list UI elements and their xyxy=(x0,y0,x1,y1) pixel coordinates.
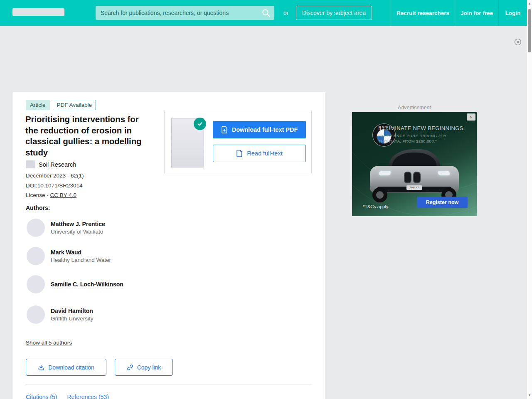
author-row: Mark Waud Healthy Land and Water xyxy=(27,247,111,265)
author-avatar[interactable] xyxy=(27,305,45,324)
tab-bar: Citations (5) References (53) xyxy=(26,394,109,399)
nav-join-for-free[interactable]: Join for free xyxy=(455,0,498,26)
register-now-button[interactable]: Register now xyxy=(417,197,468,208)
search-bar xyxy=(96,6,274,20)
car-headlight xyxy=(438,171,450,175)
or-label: or xyxy=(281,0,291,26)
top-nav: or Discover by subject area Recruit rese… xyxy=(0,0,527,26)
car-grille xyxy=(413,172,421,183)
author-avatar[interactable] xyxy=(27,247,45,265)
author-avatar[interactable] xyxy=(27,275,45,293)
author-row: Samille C. Loch-Wilkinson xyxy=(27,275,123,293)
download-icon xyxy=(38,364,44,371)
link-icon xyxy=(127,364,133,371)
badge-row: Article PDF Available xyxy=(26,100,96,110)
author-row: David Hamilton Griffith University xyxy=(27,305,94,324)
adchoices-icon[interactable]: ▹ xyxy=(467,113,475,121)
doi-label: DOI: xyxy=(26,182,37,189)
copy-link-button[interactable]: Copy link xyxy=(115,359,173,376)
tab-references[interactable]: References (53) xyxy=(67,394,108,399)
pdf-available-badge: PDF Available xyxy=(53,100,96,110)
file-download-icon xyxy=(221,126,228,133)
publication-date: December 2023 · 62(1) xyxy=(26,172,84,179)
author-name[interactable]: Mark Waud xyxy=(51,249,111,256)
read-fulltext-button[interactable]: Read full-text xyxy=(213,145,306,162)
publication-title: Prioritising interventions for the reduc… xyxy=(25,114,148,158)
car-wheel xyxy=(372,187,387,202)
journal-logo-icon xyxy=(26,160,35,168)
file-icon xyxy=(236,150,243,157)
nav-login[interactable]: Login xyxy=(498,0,527,26)
author-affiliation: Healthy Land and Water xyxy=(51,257,111,263)
scrollbar: ▲ ▼ xyxy=(527,0,532,399)
journal-row: Soil Research xyxy=(26,160,76,168)
download-citation-label: Download citation xyxy=(48,364,94,371)
author-avatar[interactable] xyxy=(27,219,45,237)
license-label: License · xyxy=(26,192,50,198)
check-icon xyxy=(194,118,206,130)
fulltext-panel: Download full-text PDF Read full-text xyxy=(164,110,312,174)
close-icon[interactable] xyxy=(514,38,522,46)
scrollbar-thumb[interactable] xyxy=(528,9,531,52)
license-link[interactable]: CC BY 4.0 xyxy=(50,192,77,198)
download-fulltext-label: Download full-text PDF xyxy=(232,126,298,133)
download-citation-button[interactable]: Download citation xyxy=(26,359,106,376)
license-row: License · CC BY 4.0 xyxy=(26,192,76,198)
ad-subline: THIS RAYA, FROM $260,888.* xyxy=(378,139,437,143)
search-input[interactable] xyxy=(96,6,274,20)
ad-subline: EXPERIENCE PURE DRIVING JOY xyxy=(378,133,446,138)
search-icon[interactable] xyxy=(261,8,271,18)
show-all-authors-link[interactable]: Show all 5 authors xyxy=(26,340,72,346)
site-logo[interactable] xyxy=(12,8,64,16)
author-affiliation: Griffith University xyxy=(51,315,94,322)
ad-terms: *T&Cs apply. xyxy=(363,204,389,209)
authors-label: Authors: xyxy=(26,204,50,211)
scrollbar-up-arrow[interactable]: ▲ xyxy=(527,1,532,7)
journal-name: Soil Research xyxy=(39,161,76,168)
author-name[interactable]: Matthew J. Prentice xyxy=(51,221,105,227)
discover-by-subject-button[interactable]: Discover by subject area xyxy=(296,6,372,20)
nav-recruit-researchers[interactable]: Recruit researchers xyxy=(391,0,455,26)
ad-headline: ILLUMINATE NEW BEGINNINGS. xyxy=(378,125,465,131)
author-affiliation: University of Waikato xyxy=(51,229,105,235)
car-headlight xyxy=(379,171,391,175)
publication-card: Article PDF Available Prioritising inter… xyxy=(12,92,325,399)
advertisement-label: Advertisement xyxy=(352,105,477,111)
action-row: Download citation Copy link xyxy=(26,359,173,376)
nav-links: Recruit researchers Join for free Login xyxy=(391,0,527,26)
tab-citations[interactable]: Citations (5) xyxy=(26,394,57,399)
author-name[interactable]: Samille C. Loch-Wilkinson xyxy=(51,281,123,288)
car-grille xyxy=(404,172,411,183)
author-row: Matthew J. Prentice University of Waikat… xyxy=(27,219,105,237)
download-fulltext-pdf-button[interactable]: Download full-text PDF xyxy=(213,121,306,138)
article-type-badge: Article xyxy=(26,100,50,110)
copy-link-label: Copy link xyxy=(137,364,161,371)
doi-row: DOI:10.1071/SR23014 xyxy=(26,182,83,189)
read-fulltext-label: Read full-text xyxy=(247,150,282,157)
scrollbar-down-arrow[interactable]: ▼ xyxy=(527,392,532,398)
advertisement-banner[interactable]: ▹ BMW ILLUMINATE NEW BEGINNINGS. EXPERIE… xyxy=(352,112,477,216)
doi-link[interactable]: 10.1071/SR23014 xyxy=(37,182,83,189)
author-name[interactable]: David Hamilton xyxy=(51,308,94,314)
divider xyxy=(26,384,312,384)
car-license-plate: THE X2 xyxy=(406,185,422,190)
